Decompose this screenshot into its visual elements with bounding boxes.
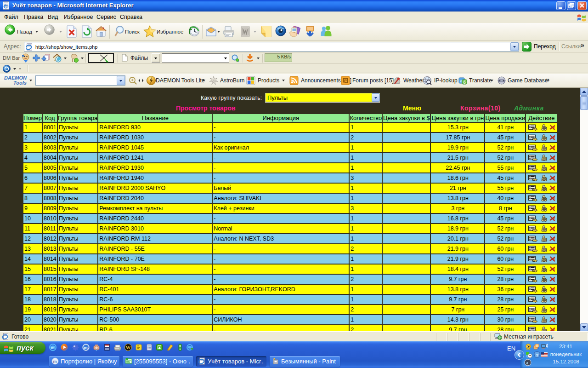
svg-text:m: m (53, 359, 57, 364)
svg-text:б: б (464, 80, 466, 85)
svg-text:W: W (126, 345, 131, 350)
svg-text:e: e (51, 345, 54, 350)
svg-text:m: m (84, 345, 88, 350)
svg-text:?: ? (536, 353, 539, 357)
svg-text:a: a (526, 360, 529, 365)
